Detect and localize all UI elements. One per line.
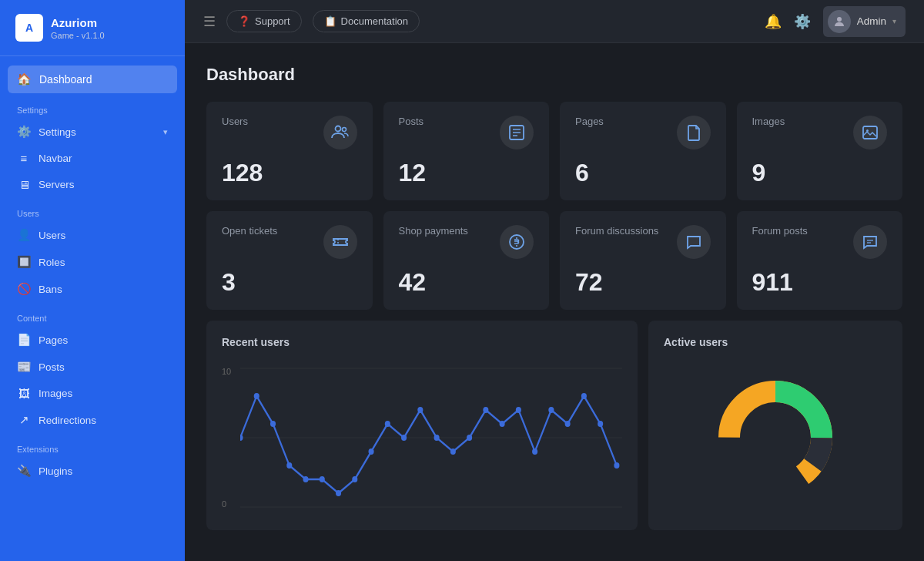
- stat-label-users: Users: [222, 116, 248, 127]
- sidebar-item-label: Images: [38, 388, 72, 399]
- sidebar-item-users[interactable]: 👤 Users: [8, 222, 177, 248]
- sidebar-item-label: Bans: [38, 284, 62, 295]
- support-icon: ❓: [238, 15, 250, 27]
- stat-card-header: Forum discussions: [575, 225, 711, 259]
- stat-value-shop-payments: 42: [399, 270, 534, 294]
- logo-area: A Azuriom Game - v1.1.0: [0, 0, 185, 56]
- page-title: Dashboard: [206, 65, 902, 85]
- documentation-label: Documentation: [341, 15, 408, 27]
- active-users-chart-card: Active users: [648, 321, 902, 530]
- documentation-button[interactable]: 📋 Documentation: [313, 10, 420, 32]
- stats-grid-row2: Open tickets 3 Shop payments: [206, 211, 902, 310]
- sidebar-item-plugins[interactable]: 🔌 Plugins: [8, 458, 177, 484]
- chart-y-min: 0: [222, 499, 226, 509]
- sidebar-item-servers[interactable]: 🖥 Servers: [8, 172, 177, 197]
- plugins-icon: 🔌: [17, 464, 31, 478]
- stats-grid-row1: Users 128 Posts: [206, 102, 902, 200]
- section-settings-label: Settings: [0, 95, 185, 118]
- sidebar-item-redirections[interactable]: ↗ Redirections: [8, 407, 177, 433]
- sidebar-item-label: Navbar: [38, 153, 72, 164]
- admin-chevron-icon: ▾: [892, 17, 896, 25]
- app-subtitle: Game - v1.1.0: [51, 31, 105, 40]
- sidebar-item-roles[interactable]: 🔲 Roles: [8, 249, 177, 275]
- images-icon: 🖼: [17, 387, 31, 400]
- sidebar-item-dashboard[interactable]: 🏠 Dashboard: [8, 66, 177, 93]
- stat-label-posts: Posts: [399, 116, 424, 127]
- sidebar-item-images[interactable]: 🖼 Images: [8, 381, 177, 406]
- stat-card-header: Posts: [399, 116, 534, 149]
- svg-point-35: [548, 407, 554, 413]
- stat-card-header: Users: [222, 116, 357, 149]
- stat-value-forum-discussions: 72: [575, 270, 711, 294]
- sidebar-item-pages[interactable]: 📄 Pages: [8, 327, 177, 353]
- svg-point-0: [837, 17, 842, 22]
- svg-point-17: [254, 393, 259, 399]
- donut-chart-wrap: [664, 361, 887, 515]
- svg-point-28: [434, 435, 440, 441]
- stat-icon-users: [323, 116, 357, 149]
- header-right: 🔔 ⚙️ Admin ▾: [765, 6, 906, 37]
- stat-value-images: 9: [752, 160, 888, 185]
- stat-card-pages: Pages 6: [560, 102, 726, 200]
- svg-point-33: [516, 407, 521, 413]
- header-left: ☰ ❓ Support 📋 Documentation: [203, 10, 420, 32]
- stat-icon-forum-discussions: [677, 225, 711, 259]
- redirections-icon: ↗: [17, 413, 31, 427]
- svg-point-19: [286, 462, 292, 469]
- support-label: Support: [255, 15, 290, 27]
- sidebar-item-settings[interactable]: ⚙️ Settings ▾: [8, 119, 177, 145]
- settings-icon: ⚙️: [17, 125, 31, 139]
- bans-icon: 🚫: [17, 282, 31, 296]
- app-name: Azuriom: [51, 15, 105, 31]
- menu-toggle-icon[interactable]: ☰: [203, 13, 216, 30]
- sidebar-item-bans[interactable]: 🚫 Bans: [8, 276, 177, 302]
- chart-y-max: 10: [222, 367, 231, 376]
- chevron-down-icon: ▾: [163, 127, 168, 137]
- main-area: ☰ ❓ Support 📋 Documentation 🔔 ⚙️ Ad: [185, 0, 924, 561]
- support-button[interactable]: ❓ Support: [226, 10, 302, 32]
- sidebar-item-posts[interactable]: 📰 Posts: [8, 354, 177, 380]
- dashboard-icon: 🏠: [17, 72, 32, 86]
- svg-point-20: [303, 476, 308, 482]
- sidebar-item-label: Redirections: [38, 415, 96, 426]
- sidebar-item-label: Servers: [38, 179, 75, 190]
- stat-icon-forum-posts: [853, 225, 887, 259]
- stat-card-header: Open tickets: [222, 225, 357, 259]
- admin-menu-button[interactable]: Admin ▾: [823, 6, 906, 37]
- sidebar-item-label: Pages: [38, 334, 68, 346]
- sidebar-item-label: Settings: [38, 126, 76, 138]
- svg-point-1: [335, 126, 340, 132]
- svg-point-24: [369, 448, 374, 455]
- svg-point-29: [450, 448, 456, 455]
- stat-value-open-tickets: 3: [222, 270, 357, 294]
- sidebar-item-navbar[interactable]: ≡ Navbar: [8, 146, 177, 171]
- stat-card-forum-discussions: Forum discussions 72: [560, 211, 726, 310]
- settings-icon[interactable]: ⚙️: [794, 13, 811, 30]
- svg-point-26: [401, 435, 407, 441]
- pages-icon: 📄: [17, 333, 31, 347]
- svg-point-32: [500, 421, 505, 427]
- stat-icon-posts: [500, 116, 534, 149]
- svg-point-30: [467, 435, 472, 441]
- sidebar-item-label: Roles: [38, 257, 65, 268]
- stat-card-header: Shop payments: [399, 225, 534, 259]
- docs-icon: 📋: [324, 15, 336, 27]
- svg-point-34: [532, 448, 537, 455]
- recent-users-chart-card: Recent users 10 0: [206, 321, 638, 530]
- svg-point-39: [614, 462, 619, 469]
- notification-icon[interactable]: 🔔: [765, 13, 782, 30]
- sidebar-item-label: Posts: [38, 361, 65, 373]
- svg-point-36: [565, 421, 571, 427]
- stat-label-forum-posts: Forum posts: [752, 225, 808, 237]
- svg-point-37: [581, 393, 587, 399]
- stat-card-header: Pages: [575, 116, 711, 149]
- logo-icon: A: [15, 14, 43, 42]
- stat-icon-payments: [500, 225, 534, 259]
- stat-card-users: Users 128: [206, 102, 373, 200]
- svg-point-2: [342, 128, 346, 132]
- stat-card-posts: Posts 12: [383, 102, 550, 200]
- stat-value-posts: 12: [399, 160, 534, 185]
- stat-label-shop-payments: Shop payments: [399, 225, 468, 237]
- sidebar-nav: 🏠 Dashboard Settings ⚙️ Settings ▾ ≡ Nav…: [0, 56, 185, 561]
- sidebar-item-label: Dashboard: [39, 73, 92, 86]
